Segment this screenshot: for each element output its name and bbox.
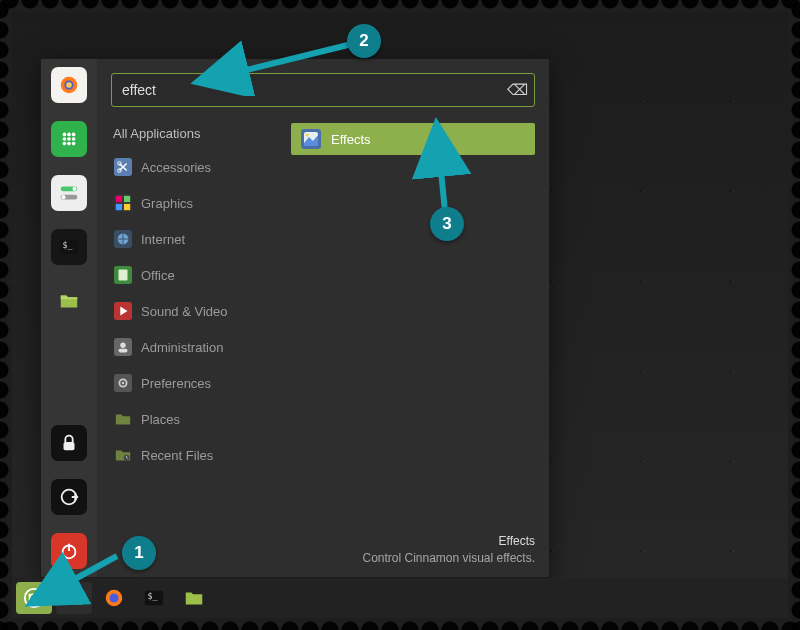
annotation-badge-2: 2 [347, 24, 381, 58]
category-label: Recent Files [141, 448, 213, 463]
fav-firefox[interactable] [51, 67, 87, 103]
desktop: $_ ⌫ [12, 12, 788, 618]
svg-text:$_: $_ [148, 591, 158, 601]
category-graphics[interactable]: Graphics [111, 190, 281, 216]
category-label: Sound & Video [141, 304, 228, 319]
category-recent-files[interactable]: Recent Files [111, 442, 281, 468]
fav-system-settings[interactable] [51, 175, 87, 211]
svg-point-10 [67, 142, 71, 146]
svg-point-2 [66, 82, 72, 88]
graphics-icon [113, 193, 133, 213]
folder-icon [183, 587, 205, 609]
result-label: Effects [331, 132, 371, 147]
apps-grid-icon [58, 128, 80, 150]
status-title: Effects [111, 533, 535, 550]
category-label: All Applications [113, 126, 200, 141]
search-clear-button[interactable]: ⌫ [507, 80, 527, 100]
play-icon [113, 301, 133, 321]
svg-point-13 [72, 187, 76, 191]
svg-rect-27 [124, 196, 130, 202]
taskbar-files-2[interactable] [176, 582, 212, 614]
fav-files[interactable] [51, 283, 87, 319]
annotation-badge-1: 1 [122, 536, 156, 570]
category-administration[interactable]: Administration [111, 334, 281, 360]
categories-column: All Applications Accessories Graphics [111, 123, 281, 525]
category-office[interactable]: Office [111, 262, 281, 288]
admin-icon [113, 337, 133, 357]
category-label: Preferences [141, 376, 211, 391]
svg-rect-26 [116, 196, 122, 202]
effects-icon [301, 129, 321, 149]
decorative-border-left [0, 0, 14, 630]
svg-point-41 [122, 382, 125, 385]
annotation-arrow-2 [182, 26, 372, 96]
folder-icon [113, 409, 133, 429]
decorative-border-top [0, 0, 800, 14]
category-sound-video[interactable]: Sound & Video [111, 298, 281, 324]
menu-main-panel: ⌫ All Applications Accessories [97, 59, 549, 577]
category-label: Places [141, 412, 180, 427]
status-subtitle: Control Cinnamon visual effects. [111, 550, 535, 567]
taskbar: $_ [12, 578, 788, 618]
logout-icon [58, 486, 80, 508]
svg-point-37 [120, 343, 125, 348]
svg-point-8 [72, 137, 76, 141]
category-label: Internet [141, 232, 185, 247]
decorative-border-right [786, 0, 800, 630]
svg-rect-28 [116, 204, 122, 210]
taskbar-terminal[interactable]: $_ [136, 582, 172, 614]
category-places[interactable]: Places [111, 406, 281, 432]
svg-point-9 [63, 142, 67, 146]
fav-terminal[interactable]: $_ [51, 229, 87, 265]
fav-lock-screen[interactable] [51, 425, 87, 461]
annotation-arrow-1 [17, 546, 127, 616]
svg-text:$_: $_ [63, 240, 73, 250]
svg-point-46 [305, 133, 308, 136]
category-label: Accessories [141, 160, 211, 175]
toggles-icon [58, 182, 80, 204]
annotation-badge-3: 3 [430, 207, 464, 241]
recent-icon [113, 445, 133, 465]
category-label: Graphics [141, 196, 193, 211]
office-icon [113, 265, 133, 285]
category-internet[interactable]: Internet [111, 226, 281, 252]
decorative-border-bottom [0, 616, 800, 630]
svg-point-11 [72, 142, 76, 146]
firefox-icon [58, 74, 80, 96]
folder-icon [58, 290, 80, 312]
svg-rect-29 [124, 204, 130, 210]
scissors-icon [113, 157, 133, 177]
svg-point-6 [63, 137, 67, 141]
svg-rect-38 [119, 349, 128, 353]
fav-software-manager[interactable] [51, 121, 87, 157]
terminal-icon: $_ [58, 236, 80, 258]
terminal-icon: $_ [143, 587, 165, 609]
svg-point-7 [67, 137, 71, 141]
category-all-applications[interactable]: All Applications [111, 123, 281, 144]
favorites-column: $_ [41, 59, 97, 577]
category-label: Office [141, 268, 175, 283]
svg-point-5 [72, 133, 76, 137]
svg-point-15 [61, 195, 65, 199]
svg-point-3 [63, 133, 67, 137]
svg-rect-18 [64, 442, 75, 450]
svg-rect-33 [119, 270, 128, 281]
category-accessories[interactable]: Accessories [111, 154, 281, 180]
fav-logout[interactable] [51, 479, 87, 515]
svg-point-4 [67, 133, 71, 137]
lock-icon [58, 432, 80, 454]
category-label: Administration [141, 340, 223, 355]
status-bar: Effects Control Cinnamon visual effects. [111, 525, 535, 567]
gear-icon [113, 373, 133, 393]
category-preferences[interactable]: Preferences [111, 370, 281, 396]
globe-icon [113, 229, 133, 249]
